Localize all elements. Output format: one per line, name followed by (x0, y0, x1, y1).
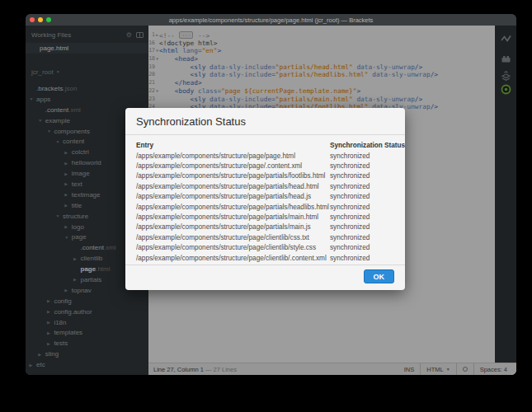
sync-entry-row: /apps/example/components/structure/page/… (136, 202, 394, 212)
sync-entry-row: /apps/example/components/structure/page/… (136, 243, 394, 253)
sync-entry-row: /apps/example/components/structure/page/… (136, 151, 394, 161)
sync-entry-row: /apps/example/components/structure/page/… (136, 232, 394, 242)
entry-status: synchronized (330, 255, 394, 262)
sync-entry-row: /apps/example/components/structure/page/… (136, 181, 394, 191)
dialog-title: Synchronization Status (125, 108, 405, 135)
sync-entry-row: /apps/example/components/structure/page/… (136, 192, 394, 202)
entry-status: synchronized (330, 234, 394, 241)
table-header-row: Entry Synchronization Status (136, 140, 394, 151)
entry-path: /apps/example/components/structure/page/… (136, 223, 330, 231)
entry-status: synchronized (330, 183, 394, 190)
window-titlebar[interactable]: apps/example/components/structure/page/p… (26, 14, 516, 26)
sync-entry-row: /apps/example/components/structure/page/… (136, 161, 394, 171)
entry-path: /apps/example/components/structure/page/… (136, 152, 330, 160)
entry-status: synchronized (330, 193, 394, 200)
window-title: apps/example/components/structure/page/p… (26, 14, 516, 26)
sync-status-dialog: Synchronization Status Entry Synchroniza… (125, 108, 405, 290)
entry-path: /apps/example/components/structure/page/… (136, 172, 330, 180)
entry-path: /apps/example/components/structure/page/… (136, 162, 330, 170)
ok-button[interactable]: OK (364, 269, 395, 283)
sync-entry-row: /apps/example/components/structure/page/… (136, 253, 394, 263)
entry-path: /apps/example/components/structure/page/… (136, 193, 330, 200)
sync-entry-row: /apps/example/components/structure/page/… (136, 171, 394, 181)
entry-status: synchronized (330, 172, 394, 180)
brackets-window: apps/example/components/structure/page/p… (26, 14, 516, 375)
entry-path: /apps/example/components/structure/page/… (136, 183, 330, 190)
entry-path: /apps/example/components/structure/page/… (136, 234, 330, 241)
entry-path: /apps/example/components/structure/page/… (136, 213, 330, 221)
entry-path: /apps/example/components/structure/page/… (136, 204, 330, 211)
dialog-footer: OK (125, 265, 405, 290)
desktop: apps/example/components/structure/page/p… (0, 0, 532, 412)
entry-status: synchronized (330, 152, 394, 160)
entry-path: /apps/example/components/structure/page/… (136, 244, 330, 251)
sync-entry-row: /apps/example/components/structure/page/… (136, 222, 394, 232)
column-header-entry: Entry (136, 142, 330, 149)
entry-status: synchronized (330, 244, 394, 251)
sync-table: Entry Synchronization Status /apps/examp… (125, 135, 405, 263)
entry-status: synchronized (330, 223, 394, 231)
sync-entry-row: /apps/example/components/structure/page/… (136, 212, 394, 222)
entry-path: /apps/example/components/structure/page/… (136, 255, 330, 262)
column-header-status: Synchronization Status (330, 142, 405, 149)
entry-status: synchronized (330, 213, 394, 221)
entry-status: synchronized (330, 162, 394, 170)
entry-status: synchronized (330, 204, 394, 211)
